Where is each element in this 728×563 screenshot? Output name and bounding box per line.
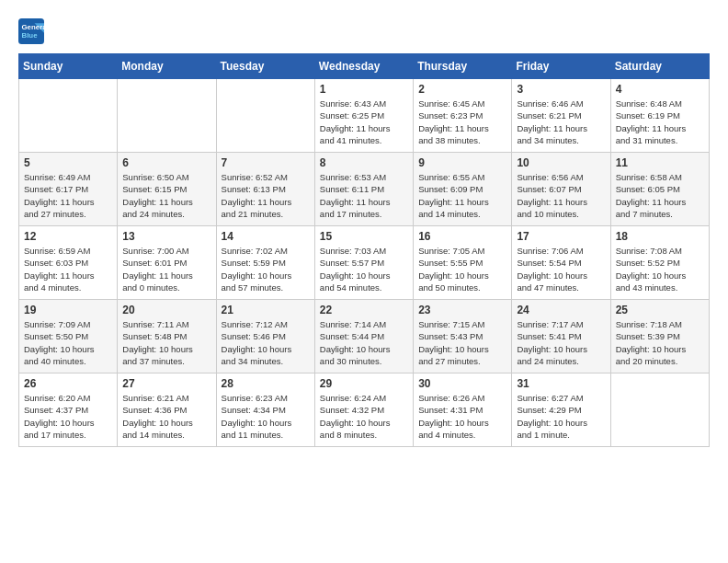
day-cell: 20Sunrise: 7:11 AM Sunset: 5:48 PM Dayli… — [118, 300, 216, 373]
day-number: 27 — [122, 377, 210, 390]
day-info: Sunrise: 7:14 AM Sunset: 5:44 PM Dayligh… — [320, 318, 408, 367]
day-number: 19 — [24, 304, 112, 316]
day-number: 3 — [517, 83, 605, 96]
day-info: Sunrise: 7:00 AM Sunset: 6:01 PM Dayligh… — [122, 245, 210, 293]
day-number: 4 — [616, 83, 704, 96]
day-number: 14 — [222, 230, 310, 243]
day-cell: 19Sunrise: 7:09 AM Sunset: 5:50 PM Dayli… — [19, 300, 118, 373]
day-info: Sunrise: 6:50 AM Sunset: 6:15 PM Dayligh… — [122, 171, 210, 220]
day-number: 10 — [517, 156, 605, 169]
day-cell: 11Sunrise: 6:58 AM Sunset: 6:05 PM Dayli… — [610, 153, 709, 226]
calendar: SundayMondayTuesdayWednesdayThursdayFrid… — [18, 53, 710, 447]
day-cell: 3Sunrise: 6:46 AM Sunset: 6:21 PM Daylig… — [512, 79, 610, 153]
week-row-4: 19Sunrise: 7:09 AM Sunset: 5:50 PM Dayli… — [19, 300, 710, 373]
day-cell: 25Sunrise: 7:18 AM Sunset: 5:39 PM Dayli… — [610, 300, 709, 373]
day-info: Sunrise: 6:58 AM Sunset: 6:05 PM Dayligh… — [616, 171, 704, 220]
day-info: Sunrise: 6:48 AM Sunset: 6:19 PM Dayligh… — [616, 98, 704, 146]
page-header: General Blue — [18, 18, 710, 44]
day-cell — [610, 373, 709, 447]
day-info: Sunrise: 6:55 AM Sunset: 6:09 PM Dayligh… — [418, 171, 506, 220]
day-cell: 14Sunrise: 7:02 AM Sunset: 5:59 PM Dayli… — [216, 226, 314, 300]
day-info: Sunrise: 7:06 AM Sunset: 5:54 PM Dayligh… — [517, 245, 605, 293]
day-info: Sunrise: 7:15 AM Sunset: 5:43 PM Dayligh… — [418, 318, 506, 367]
day-number: 30 — [418, 377, 506, 390]
week-row-5: 26Sunrise: 6:20 AM Sunset: 4:37 PM Dayli… — [19, 373, 710, 447]
day-info: Sunrise: 6:46 AM Sunset: 6:21 PM Dayligh… — [517, 98, 605, 146]
svg-text:Blue: Blue — [22, 31, 39, 40]
calendar-header-row: SundayMondayTuesdayWednesdayThursdayFrid… — [19, 54, 710, 79]
day-number: 31 — [517, 377, 605, 390]
day-number: 5 — [24, 156, 112, 169]
day-info: Sunrise: 6:59 AM Sunset: 6:03 PM Dayligh… — [24, 245, 112, 293]
week-row-2: 5Sunrise: 6:49 AM Sunset: 6:17 PM Daylig… — [19, 153, 710, 226]
logo-icon: General Blue — [18, 18, 44, 44]
day-number: 12 — [24, 230, 112, 243]
day-cell: 18Sunrise: 7:08 AM Sunset: 5:52 PM Dayli… — [610, 226, 709, 300]
day-number: 20 — [122, 304, 210, 316]
day-cell: 9Sunrise: 6:55 AM Sunset: 6:09 PM Daylig… — [414, 153, 512, 226]
day-number: 28 — [222, 377, 310, 390]
day-number: 9 — [418, 156, 506, 169]
header-saturday: Saturday — [610, 54, 709, 79]
day-cell: 10Sunrise: 6:56 AM Sunset: 6:07 PM Dayli… — [512, 153, 610, 226]
svg-text:General: General — [22, 23, 45, 31]
day-number: 13 — [122, 230, 210, 243]
header-sunday: Sunday — [19, 54, 118, 79]
day-info: Sunrise: 7:12 AM Sunset: 5:46 PM Dayligh… — [222, 318, 310, 367]
day-cell: 27Sunrise: 6:21 AM Sunset: 4:36 PM Dayli… — [118, 373, 216, 447]
day-cell: 13Sunrise: 7:00 AM Sunset: 6:01 PM Dayli… — [118, 226, 216, 300]
day-number: 18 — [616, 230, 704, 243]
day-number: 11 — [616, 156, 704, 169]
day-cell: 6Sunrise: 6:50 AM Sunset: 6:15 PM Daylig… — [118, 153, 216, 226]
day-cell: 4Sunrise: 6:48 AM Sunset: 6:19 PM Daylig… — [610, 79, 709, 153]
day-cell: 2Sunrise: 6:45 AM Sunset: 6:23 PM Daylig… — [414, 79, 512, 153]
day-cell — [19, 79, 118, 153]
day-info: Sunrise: 6:27 AM Sunset: 4:29 PM Dayligh… — [517, 392, 605, 441]
day-number: 16 — [418, 230, 506, 243]
day-number: 25 — [616, 304, 704, 316]
day-cell — [118, 79, 216, 153]
day-info: Sunrise: 6:21 AM Sunset: 4:36 PM Dayligh… — [122, 392, 210, 441]
logo: General Blue — [18, 18, 48, 44]
day-number: 15 — [320, 230, 408, 243]
day-cell: 22Sunrise: 7:14 AM Sunset: 5:44 PM Dayli… — [314, 300, 413, 373]
day-cell: 31Sunrise: 6:27 AM Sunset: 4:29 PM Dayli… — [512, 373, 610, 447]
day-cell: 16Sunrise: 7:05 AM Sunset: 5:55 PM Dayli… — [414, 226, 512, 300]
day-number: 7 — [222, 156, 310, 169]
day-info: Sunrise: 6:56 AM Sunset: 6:07 PM Dayligh… — [517, 171, 605, 220]
day-cell: 5Sunrise: 6:49 AM Sunset: 6:17 PM Daylig… — [19, 153, 118, 226]
day-number: 17 — [517, 230, 605, 243]
header-wednesday: Wednesday — [314, 54, 413, 79]
day-info: Sunrise: 7:05 AM Sunset: 5:55 PM Dayligh… — [418, 245, 506, 293]
day-info: Sunrise: 7:18 AM Sunset: 5:39 PM Dayligh… — [616, 318, 704, 367]
week-row-1: 1Sunrise: 6:43 AM Sunset: 6:25 PM Daylig… — [19, 79, 710, 153]
day-info: Sunrise: 7:09 AM Sunset: 5:50 PM Dayligh… — [24, 318, 112, 367]
day-cell: 23Sunrise: 7:15 AM Sunset: 5:43 PM Dayli… — [414, 300, 512, 373]
day-cell: 15Sunrise: 7:03 AM Sunset: 5:57 PM Dayli… — [314, 226, 413, 300]
day-info: Sunrise: 7:11 AM Sunset: 5:48 PM Dayligh… — [122, 318, 210, 367]
day-cell: 1Sunrise: 6:43 AM Sunset: 6:25 PM Daylig… — [314, 79, 413, 153]
day-cell: 24Sunrise: 7:17 AM Sunset: 5:41 PM Dayli… — [512, 300, 610, 373]
day-cell: 29Sunrise: 6:24 AM Sunset: 4:32 PM Dayli… — [314, 373, 413, 447]
day-number: 21 — [222, 304, 310, 316]
day-cell: 28Sunrise: 6:23 AM Sunset: 4:34 PM Dayli… — [216, 373, 314, 447]
day-number: 26 — [24, 377, 112, 390]
day-info: Sunrise: 7:08 AM Sunset: 5:52 PM Dayligh… — [616, 245, 704, 293]
day-cell: 8Sunrise: 6:53 AM Sunset: 6:11 PM Daylig… — [314, 153, 413, 226]
day-info: Sunrise: 7:17 AM Sunset: 5:41 PM Dayligh… — [517, 318, 605, 367]
header-friday: Friday — [512, 54, 610, 79]
day-info: Sunrise: 6:24 AM Sunset: 4:32 PM Dayligh… — [320, 392, 408, 441]
day-info: Sunrise: 6:23 AM Sunset: 4:34 PM Dayligh… — [222, 392, 310, 441]
day-cell — [216, 79, 314, 153]
day-number: 24 — [517, 304, 605, 316]
day-cell: 30Sunrise: 6:26 AM Sunset: 4:31 PM Dayli… — [414, 373, 512, 447]
day-number: 6 — [122, 156, 210, 169]
day-info: Sunrise: 6:26 AM Sunset: 4:31 PM Dayligh… — [418, 392, 506, 441]
day-cell: 7Sunrise: 6:52 AM Sunset: 6:13 PM Daylig… — [216, 153, 314, 226]
header-thursday: Thursday — [414, 54, 512, 79]
day-cell: 26Sunrise: 6:20 AM Sunset: 4:37 PM Dayli… — [19, 373, 118, 447]
day-info: Sunrise: 6:20 AM Sunset: 4:37 PM Dayligh… — [24, 392, 112, 441]
day-number: 2 — [418, 83, 506, 96]
day-number: 22 — [320, 304, 408, 316]
day-cell: 12Sunrise: 6:59 AM Sunset: 6:03 PM Dayli… — [19, 226, 118, 300]
